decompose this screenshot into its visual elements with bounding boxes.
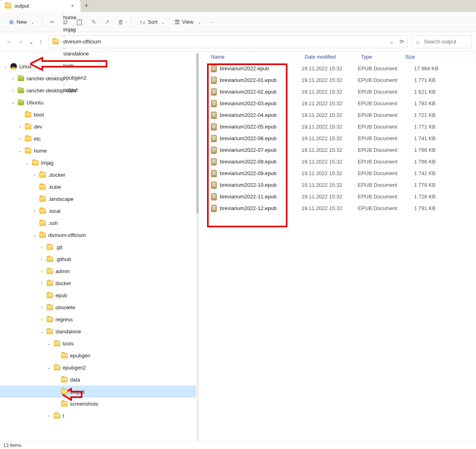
tree-item-regress[interactable]: ›regress	[0, 313, 199, 325]
tree-item-divinum-officium[interactable]: ⌄divinum-officium	[0, 229, 199, 241]
tree-item--landscape[interactable]: .landscape	[0, 193, 199, 205]
file-row[interactable]: breviarium2022-05.epub19.11.2022 15:32EP…	[199, 121, 476, 133]
chevron-right-icon[interactable]: ›	[10, 76, 15, 81]
tree-item-t[interactable]: ›t	[0, 410, 199, 422]
tree-item-rancher-desktop-data[interactable]: ›rancher-desktop-data	[0, 84, 199, 96]
chevron-right-icon[interactable]: ›	[39, 281, 44, 286]
tree-item-screenshots[interactable]: screenshots	[0, 398, 199, 410]
up-button[interactable]: ↑	[39, 39, 42, 45]
tree-item-admin[interactable]: ›admin	[0, 265, 199, 277]
chevron-down-icon[interactable]: ⌄	[32, 233, 37, 237]
file-type: EPUB Document	[358, 159, 402, 165]
chevron-right-icon[interactable]: ›	[18, 137, 23, 141]
tree-item-docker[interactable]: ›docker	[0, 277, 199, 289]
chevron-down-icon[interactable]: ⌄	[47, 365, 51, 370]
file-row[interactable]: breviarium2022-02.epub19.11.2022 15:32EP…	[199, 86, 476, 98]
sort-button[interactable]: ↑↓ Sort	[135, 16, 169, 27]
file-type: EPUB Document	[358, 205, 402, 211]
breadcrumb[interactable]: › Linux›Ubuntu›home›imjag›divinum-offici…	[49, 35, 408, 48]
chevron-right-icon[interactable]: ›	[47, 414, 51, 418]
file-row[interactable]: breviarium2022-07.epub19.11.2022 15:32EP…	[199, 144, 476, 156]
file-size: 1 742 KB	[402, 170, 476, 176]
file-row[interactable]: breviarium2022-01.epub19.11.2022 15:32EP…	[199, 74, 476, 86]
file-date: 19.11.2022 15:32	[302, 100, 358, 106]
search-input[interactable]	[423, 38, 468, 45]
tab-output[interactable]: output ×	[0, 0, 80, 12]
tree-item--ssh[interactable]: .ssh	[0, 217, 199, 229]
column-type[interactable]: Type	[358, 51, 402, 62]
forward-button[interactable]: →	[18, 39, 23, 45]
chevron-right-icon[interactable]: ›	[18, 124, 23, 129]
scrollbar[interactable]	[196, 53, 199, 441]
chevron-right-icon[interactable]: ›	[10, 88, 15, 93]
file-row[interactable]: breviarium2022-06.epub19.11.2022 15:32EP…	[199, 133, 476, 144]
tree-item-obsolete[interactable]: ›obsolete	[0, 301, 199, 313]
file-type: EPUB Document	[358, 124, 402, 130]
tree-item-epub[interactable]: epub	[0, 289, 199, 301]
chevron-right-icon[interactable]: ›	[39, 269, 44, 273]
tree-item-output[interactable]: output	[0, 386, 199, 398]
chevron-right-icon[interactable]: ›	[39, 245, 44, 249]
file-row[interactable]: breviarium2022-10.epub19.11.2022 15:32EP…	[199, 179, 476, 191]
chevron-right-icon[interactable]: ›	[32, 173, 37, 177]
back-button[interactable]: ←	[6, 39, 12, 45]
new-button[interactable]: ⊕ New	[5, 16, 38, 27]
breadcrumb-item[interactable]: home	[63, 14, 101, 20]
tree-item-rancher-desktop[interactable]: ›rancher-desktop	[0, 72, 199, 84]
history-dropdown[interactable]: ⌄	[390, 39, 394, 45]
tree-item-imjag[interactable]: ⌄imjag	[0, 157, 199, 169]
column-name[interactable]: ˄ Name	[199, 51, 302, 62]
file-row[interactable]: breviarium2022-12.epub19.11.2022 15:32EP…	[199, 202, 476, 214]
recent-button[interactable]: ⌄	[29, 39, 34, 45]
file-row[interactable]: breviarium2022.epub19.11.2022 15:32EPUB …	[199, 63, 476, 74]
chevron-right-icon[interactable]: ›	[39, 305, 44, 310]
tree-item-ubuntu[interactable]: ⌄Ubuntu	[0, 96, 199, 108]
file-row[interactable]: breviarium2022-08.epub19.11.2022 15:32EP…	[199, 156, 476, 167]
tree-item--git[interactable]: ›.git	[0, 241, 199, 253]
tree-item-tools[interactable]: ⌄tools	[0, 337, 199, 349]
file-row[interactable]: breviarium2022-11.epub19.11.2022 15:32EP…	[199, 191, 476, 202]
column-size[interactable]: Size	[402, 51, 476, 62]
tree-item--kube[interactable]: .kube	[0, 181, 199, 193]
file-row[interactable]: breviarium2022-03.epub19.11.2022 15:32EP…	[199, 98, 476, 109]
tree-item-standalone[interactable]: ⌄standalone	[0, 325, 199, 337]
chevron-down-icon[interactable]: ⌄	[3, 64, 8, 69]
file-type: EPUB Document	[358, 89, 402, 95]
tree-item-data[interactable]: data	[0, 373, 199, 386]
tree-item-linux[interactable]: ⌄Linux	[0, 60, 199, 72]
scrollbar-thumb[interactable]	[196, 53, 199, 214]
refresh-button[interactable]: ⟳	[400, 39, 404, 45]
tree-item-boot[interactable]: boot	[0, 108, 199, 120]
chevron-right-icon[interactable]: ›	[39, 257, 44, 261]
folder-icon	[47, 257, 53, 262]
nav-tree: ⌄Linux›rancher-desktop›rancher-desktop-d…	[0, 53, 199, 441]
breadcrumb-item[interactable]: divinum-officium	[63, 39, 101, 45]
tree-item-home[interactable]: ⌄home	[0, 145, 199, 157]
chevron-right-icon[interactable]: ›	[32, 209, 37, 213]
chevron-down-icon[interactable]: ⌄	[47, 341, 51, 346]
tree-item-epubgen[interactable]: epubgen	[0, 349, 199, 361]
tree-item--docker[interactable]: ›.docker	[0, 169, 199, 181]
tree-item--github[interactable]: ›.github	[0, 253, 199, 265]
status-bar: 13 items	[0, 441, 476, 449]
chevron-down-icon[interactable]: ⌄	[10, 100, 15, 105]
file-row[interactable]: breviarium2022-04.epub19.11.2022 15:32EP…	[199, 109, 476, 121]
close-tab-icon[interactable]: ×	[69, 2, 76, 10]
delete-button[interactable]: 🗑	[115, 16, 127, 27]
breadcrumb-item[interactable]: imjag	[63, 27, 101, 33]
share-button[interactable]: ↗	[101, 16, 113, 27]
cut-button[interactable]: ✂	[47, 16, 58, 27]
column-date[interactable]: Date modified	[302, 51, 358, 62]
tree-item-etc[interactable]: ›etc	[0, 133, 199, 145]
search-box[interactable]: ⌕	[412, 35, 472, 48]
tree-item-dev[interactable]: ›dev	[0, 120, 199, 133]
file-row[interactable]: breviarium2022-09.epub19.11.2022 15:32EP…	[199, 167, 476, 179]
chevron-right-icon[interactable]: ›	[39, 317, 44, 322]
chevron-down-icon[interactable]: ⌄	[25, 161, 30, 165]
tree-item--local[interactable]: ›.local	[0, 205, 199, 217]
more-button[interactable]: ···	[206, 16, 217, 27]
chevron-down-icon[interactable]: ⌄	[18, 149, 23, 153]
chevron-down-icon[interactable]: ⌄	[39, 329, 44, 334]
tree-item-epubgen2[interactable]: ⌄epubgen2	[0, 361, 199, 373]
view-button[interactable]: ☰ View	[170, 16, 205, 27]
